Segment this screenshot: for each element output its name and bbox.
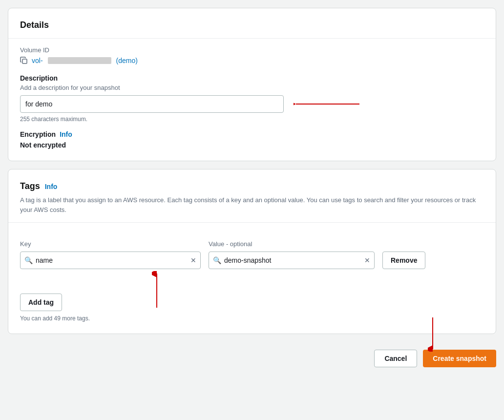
tag-key-clear-icon[interactable]: ✕ bbox=[190, 256, 196, 264]
tags-info-link[interactable]: Info bbox=[45, 183, 58, 190]
tags-card: Tags Info A tag is a label that you assi… bbox=[8, 169, 496, 334]
tags-title: Tags bbox=[20, 181, 40, 191]
add-tag-button[interactable]: Add tag bbox=[20, 294, 62, 311]
tags-col-headers: Key Value - optional bbox=[20, 240, 484, 248]
volume-id-blurred bbox=[48, 57, 111, 64]
volume-id-row: vol- (demo) bbox=[20, 57, 484, 64]
cancel-button[interactable]: Cancel bbox=[374, 350, 417, 367]
create-snapshot-arrow-icon bbox=[428, 317, 438, 352]
tags-title-row: Tags Info bbox=[20, 181, 484, 191]
encryption-info-link[interactable]: Info bbox=[60, 130, 72, 138]
tags-remaining: You can add 49 more tags. bbox=[20, 315, 484, 322]
encryption-row: Encryption Info bbox=[20, 130, 484, 138]
description-label: Description bbox=[20, 74, 484, 82]
encryption-value: Not encrypted bbox=[20, 141, 484, 149]
footer: Cancel Create snapshot bbox=[8, 342, 496, 371]
tags-description: A tag is a label that you assign to an A… bbox=[20, 195, 484, 214]
tag-value-search-icon: 🔍 bbox=[213, 256, 221, 264]
description-input-row bbox=[20, 95, 484, 113]
remove-tag-button[interactable]: Remove bbox=[382, 252, 425, 269]
col-header-value: Value - optional bbox=[209, 240, 375, 248]
details-title: Details bbox=[20, 20, 484, 30]
description-sublabel: Add a description for your snapshot bbox=[20, 84, 484, 91]
svg-rect-0 bbox=[22, 59, 27, 63]
encryption-label: Encryption bbox=[20, 130, 56, 138]
arrow-right-icon bbox=[294, 99, 362, 109]
details-card: Details Volume ID vol- (demo) Descriptio… bbox=[8, 8, 496, 161]
tag-row: 🔍 ✕ 🔍 ✕ Remove bbox=[20, 252, 484, 269]
tag-value-clear-icon[interactable]: ✕ bbox=[364, 256, 370, 264]
description-input[interactable] bbox=[20, 95, 284, 113]
char-limit: 255 characters maximum. bbox=[20, 116, 484, 123]
page-wrapper: Details Volume ID vol- (demo) Descriptio… bbox=[8, 8, 496, 371]
tag-row-container: 🔍 ✕ 🔍 ✕ Remove bbox=[20, 252, 484, 269]
col-header-key: Key bbox=[20, 240, 201, 248]
tag-key-arrow-icon bbox=[152, 271, 162, 310]
tag-key-search-icon: 🔍 bbox=[24, 256, 33, 264]
volume-id-label: Volume ID bbox=[20, 46, 484, 54]
volume-id-suffix: (demo) bbox=[116, 57, 138, 64]
add-tag-section: Add tag You can add 49 more tags. bbox=[20, 294, 484, 322]
copy-icon[interactable] bbox=[20, 57, 28, 64]
description-arrow bbox=[294, 99, 362, 109]
tag-key-input[interactable] bbox=[36, 256, 188, 264]
volume-id-prefix: vol- bbox=[32, 57, 43, 64]
tag-key-wrapper: 🔍 ✕ bbox=[20, 252, 201, 269]
create-snapshot-button[interactable]: Create snapshot bbox=[423, 350, 496, 367]
tags-content: Key Value - optional 🔍 ✕ 🔍 ✕ bbox=[20, 231, 484, 322]
tag-value-input[interactable] bbox=[224, 256, 361, 264]
tag-value-wrapper: 🔍 ✕ bbox=[209, 252, 375, 269]
